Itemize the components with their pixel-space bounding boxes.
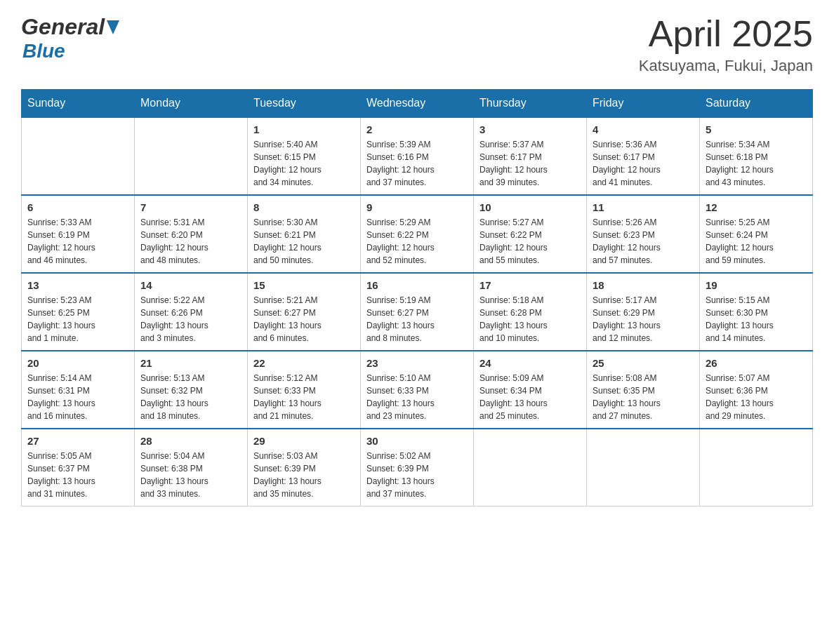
day-info: Sunrise: 5:23 AM Sunset: 6:25 PM Dayligh… [27, 294, 128, 344]
col-tuesday: Tuesday [248, 90, 361, 118]
logo-blue-text: Blue [22, 40, 65, 62]
day-info: Sunrise: 5:03 AM Sunset: 6:39 PM Dayligh… [253, 450, 355, 500]
calendar-cell: 27Sunrise: 5:05 AM Sunset: 6:37 PM Dayli… [22, 429, 135, 507]
calendar-cell: 6Sunrise: 5:33 AM Sunset: 6:19 PM Daylig… [22, 195, 135, 273]
calendar-table: Sunday Monday Tuesday Wednesday Thursday… [21, 89, 813, 507]
calendar-cell: 24Sunrise: 5:09 AM Sunset: 6:34 PM Dayli… [474, 351, 587, 429]
calendar-cell: 26Sunrise: 5:07 AM Sunset: 6:36 PM Dayli… [700, 351, 813, 429]
page-title: April 2025 [639, 14, 813, 54]
day-info: Sunrise: 5:39 AM Sunset: 6:16 PM Dayligh… [366, 138, 468, 189]
day-number: 13 [27, 279, 128, 291]
calendar-cell: 13Sunrise: 5:23 AM Sunset: 6:25 PM Dayli… [22, 273, 135, 351]
day-info: Sunrise: 5:34 AM Sunset: 6:18 PM Dayligh… [706, 138, 807, 189]
day-number: 26 [706, 357, 807, 369]
calendar-week-row: 20Sunrise: 5:14 AM Sunset: 6:31 PM Dayli… [22, 351, 813, 429]
day-number: 3 [479, 123, 581, 135]
title-area: April 2025 Katsuyama, Fukui, Japan [639, 14, 813, 75]
logo-triangle-icon [107, 20, 119, 37]
day-number: 24 [479, 357, 581, 369]
day-number: 23 [366, 357, 468, 369]
day-info: Sunrise: 5:10 AM Sunset: 6:33 PM Dayligh… [366, 372, 468, 422]
day-number: 27 [27, 435, 128, 447]
calendar-cell: 9Sunrise: 5:29 AM Sunset: 6:22 PM Daylig… [361, 195, 474, 273]
day-number: 4 [593, 123, 694, 135]
day-info: Sunrise: 5:12 AM Sunset: 6:33 PM Dayligh… [253, 372, 355, 422]
calendar-cell: 11Sunrise: 5:26 AM Sunset: 6:23 PM Dayli… [587, 195, 700, 273]
day-info: Sunrise: 5:08 AM Sunset: 6:35 PM Dayligh… [593, 372, 694, 422]
day-number: 16 [366, 279, 468, 291]
day-number: 17 [479, 279, 581, 291]
calendar-cell: 19Sunrise: 5:15 AM Sunset: 6:30 PM Dayli… [700, 273, 813, 351]
calendar-cell [474, 429, 587, 507]
calendar-week-row: 13Sunrise: 5:23 AM Sunset: 6:25 PM Dayli… [22, 273, 813, 351]
subtitle: Katsuyama, Fukui, Japan [639, 57, 813, 75]
calendar-cell: 28Sunrise: 5:04 AM Sunset: 6:38 PM Dayli… [135, 429, 248, 507]
calendar-cell: 25Sunrise: 5:08 AM Sunset: 6:35 PM Dayli… [587, 351, 700, 429]
day-info: Sunrise: 5:18 AM Sunset: 6:28 PM Dayligh… [479, 294, 581, 344]
calendar-cell: 23Sunrise: 5:10 AM Sunset: 6:33 PM Dayli… [361, 351, 474, 429]
day-info: Sunrise: 5:09 AM Sunset: 6:34 PM Dayligh… [479, 372, 581, 422]
day-number: 1 [253, 123, 355, 135]
day-number: 6 [27, 201, 128, 213]
logo-general-text: General [21, 14, 105, 40]
day-number: 29 [253, 435, 355, 447]
calendar-week-row: 6Sunrise: 5:33 AM Sunset: 6:19 PM Daylig… [22, 195, 813, 273]
day-number: 25 [593, 357, 694, 369]
day-number: 22 [253, 357, 355, 369]
day-info: Sunrise: 5:29 AM Sunset: 6:22 PM Dayligh… [366, 216, 468, 267]
day-info: Sunrise: 5:27 AM Sunset: 6:22 PM Dayligh… [479, 216, 581, 267]
day-info: Sunrise: 5:21 AM Sunset: 6:27 PM Dayligh… [253, 294, 355, 344]
calendar-cell: 15Sunrise: 5:21 AM Sunset: 6:27 PM Dayli… [248, 273, 361, 351]
logo: General Blue [21, 14, 119, 62]
calendar-cell: 8Sunrise: 5:30 AM Sunset: 6:21 PM Daylig… [248, 195, 361, 273]
calendar-cell [587, 429, 700, 507]
day-number: 14 [140, 279, 241, 291]
calendar-cell: 21Sunrise: 5:13 AM Sunset: 6:32 PM Dayli… [135, 351, 248, 429]
col-thursday: Thursday [474, 90, 587, 118]
day-number: 28 [140, 435, 241, 447]
day-number: 7 [140, 201, 241, 213]
calendar-header-row: Sunday Monday Tuesday Wednesday Thursday… [22, 90, 813, 118]
calendar-cell: 3Sunrise: 5:37 AM Sunset: 6:17 PM Daylig… [474, 117, 587, 195]
day-info: Sunrise: 5:25 AM Sunset: 6:24 PM Dayligh… [706, 216, 807, 267]
col-monday: Monday [135, 90, 248, 118]
col-wednesday: Wednesday [361, 90, 474, 118]
day-info: Sunrise: 5:04 AM Sunset: 6:38 PM Dayligh… [140, 450, 241, 500]
day-info: Sunrise: 5:30 AM Sunset: 6:21 PM Dayligh… [253, 216, 355, 267]
day-number: 10 [479, 201, 581, 213]
svg-marker-0 [107, 20, 119, 34]
col-sunday: Sunday [22, 90, 135, 118]
col-friday: Friday [587, 90, 700, 118]
day-number: 11 [593, 201, 694, 213]
calendar-cell: 14Sunrise: 5:22 AM Sunset: 6:26 PM Dayli… [135, 273, 248, 351]
day-number: 20 [27, 357, 128, 369]
calendar-cell [135, 117, 248, 195]
day-info: Sunrise: 5:26 AM Sunset: 6:23 PM Dayligh… [593, 216, 694, 267]
day-info: Sunrise: 5:31 AM Sunset: 6:20 PM Dayligh… [140, 216, 241, 267]
col-saturday: Saturday [700, 90, 813, 118]
day-info: Sunrise: 5:05 AM Sunset: 6:37 PM Dayligh… [27, 450, 128, 500]
day-info: Sunrise: 5:36 AM Sunset: 6:17 PM Dayligh… [593, 138, 694, 189]
day-number: 2 [366, 123, 468, 135]
day-info: Sunrise: 5:14 AM Sunset: 6:31 PM Dayligh… [27, 372, 128, 422]
day-info: Sunrise: 5:02 AM Sunset: 6:39 PM Dayligh… [366, 450, 468, 500]
calendar-cell: 18Sunrise: 5:17 AM Sunset: 6:29 PM Dayli… [587, 273, 700, 351]
day-number: 18 [593, 279, 694, 291]
calendar-cell: 4Sunrise: 5:36 AM Sunset: 6:17 PM Daylig… [587, 117, 700, 195]
day-number: 15 [253, 279, 355, 291]
day-info: Sunrise: 5:17 AM Sunset: 6:29 PM Dayligh… [593, 294, 694, 344]
calendar-cell: 5Sunrise: 5:34 AM Sunset: 6:18 PM Daylig… [700, 117, 813, 195]
calendar-cell: 17Sunrise: 5:18 AM Sunset: 6:28 PM Dayli… [474, 273, 587, 351]
day-number: 19 [706, 279, 807, 291]
calendar-week-row: 1Sunrise: 5:40 AM Sunset: 6:15 PM Daylig… [22, 117, 813, 195]
day-number: 8 [253, 201, 355, 213]
day-number: 21 [140, 357, 241, 369]
calendar-cell: 1Sunrise: 5:40 AM Sunset: 6:15 PM Daylig… [248, 117, 361, 195]
calendar-week-row: 27Sunrise: 5:05 AM Sunset: 6:37 PM Dayli… [22, 429, 813, 507]
calendar-cell: 2Sunrise: 5:39 AM Sunset: 6:16 PM Daylig… [361, 117, 474, 195]
day-number: 30 [366, 435, 468, 447]
day-info: Sunrise: 5:07 AM Sunset: 6:36 PM Dayligh… [706, 372, 807, 422]
calendar-cell: 20Sunrise: 5:14 AM Sunset: 6:31 PM Dayli… [22, 351, 135, 429]
day-info: Sunrise: 5:19 AM Sunset: 6:27 PM Dayligh… [366, 294, 468, 344]
day-info: Sunrise: 5:15 AM Sunset: 6:30 PM Dayligh… [706, 294, 807, 344]
